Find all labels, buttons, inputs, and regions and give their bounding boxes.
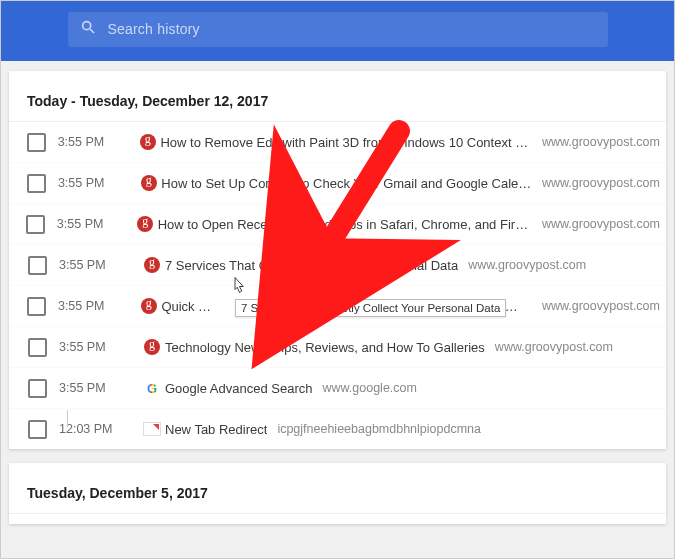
row-favicon (136, 175, 161, 191)
row-link-area[interactable]: How to Remove Edit with Paint 3D from Wi… (160, 135, 660, 150)
row-time: 3:55 PM (58, 299, 136, 313)
row-checkbox[interactable] (26, 215, 45, 234)
day-header: Tuesday, December 5, 2017 (9, 463, 666, 514)
row-time: 3:55 PM (59, 381, 139, 395)
row-link-area[interactable]: How to Set Up Cortana to Check Your Gmai… (161, 176, 660, 191)
row-favicon (139, 339, 165, 355)
link-tooltip: 7 Services That Quietly Collect Your Per… (235, 299, 506, 317)
row-link-area[interactable]: How to Open Recently Closed Tabs in Safa… (158, 217, 660, 232)
history-row[interactable]: 3:55 PMHow to Remove Edit with Paint 3D … (9, 122, 666, 162)
row-time: 3:55 PM (57, 217, 133, 231)
row-time: 3:55 PM (58, 176, 136, 190)
history-row[interactable]: 3:55 PMHow to Set Up Cortana to Check Yo… (9, 162, 666, 203)
row-domain: www.groovypost.com (542, 217, 660, 231)
row-favicon (139, 422, 165, 436)
row-checkbox[interactable] (28, 338, 47, 357)
search-placeholder: Search history (108, 21, 200, 37)
extension-favicon (143, 422, 161, 436)
day-header: Today - Tuesday, December 12, 2017 (9, 71, 666, 122)
row-checkbox[interactable] (27, 297, 46, 316)
history-row[interactable]: 12:03 PMNew Tab Redirecticpgjfneehieebag… (9, 408, 666, 449)
row-checkbox[interactable] (28, 256, 47, 275)
row-title: How to Remove Edit with Paint 3D from Wi… (160, 135, 531, 150)
row-domain: www.groovypost.com (542, 299, 660, 313)
app-frame: Search history Today - Tuesday, December… (0, 0, 675, 559)
row-title: New Tab Redirect (165, 422, 267, 437)
search-history-field[interactable]: Search history (68, 11, 608, 47)
row-domain: www.groovypost.com (468, 258, 586, 272)
history-card-dec5: Tuesday, December 5, 2017 (9, 463, 666, 524)
search-icon (68, 19, 108, 39)
svg-line-1 (90, 29, 94, 33)
row-checkbox[interactable] (28, 420, 47, 439)
row-domain: icpgjfneehieebagbmdbhnlpiopdcmna (277, 422, 481, 436)
row-favicon (136, 298, 161, 314)
row-time: 3:55 PM (58, 135, 136, 149)
groovypost-favicon (144, 257, 160, 273)
top-bar: Search history (1, 1, 674, 61)
history-row[interactable]: 3:55 PMGGoogle Advanced Searchwww.google… (9, 367, 666, 408)
row-checkbox[interactable] (27, 174, 46, 193)
row-title: How to Open Recently Closed Tabs in Safa… (158, 217, 532, 232)
time-gap-divider (67, 410, 68, 426)
row-time: 3:55 PM (59, 340, 139, 354)
row-link-area[interactable]: Google Advanced Searchwww.google.com (165, 381, 660, 396)
row-link-area[interactable]: 7 Services That Quietly Collect Your Per… (165, 258, 660, 273)
groovypost-favicon (140, 134, 156, 150)
history-row[interactable]: 3:55 PMHow to Open Recently Closed Tabs … (9, 203, 666, 244)
row-title: 7 Services That Quietly Collect Your Per… (165, 258, 458, 273)
groovypost-favicon (141, 175, 157, 191)
row-favicon: G (139, 381, 165, 396)
row-favicon (139, 257, 165, 273)
history-row[interactable]: 3:55 PM7 Services That Quietly Collect Y… (9, 244, 666, 285)
row-domain: www.groovypost.com (542, 176, 660, 190)
groovypost-favicon (144, 339, 160, 355)
svg-point-0 (82, 22, 90, 30)
row-domain: www.groovypost.com (495, 340, 613, 354)
groovypost-favicon (137, 216, 153, 232)
history-card-today: Today - Tuesday, December 12, 2017 3:55 … (9, 71, 666, 449)
row-checkbox[interactable] (28, 379, 47, 398)
row-domain: www.google.com (322, 381, 417, 395)
row-link-area[interactable]: Technology News, Tips, Reviews, and How … (165, 340, 660, 355)
row-title: Quick Tip: (161, 299, 217, 314)
row-favicon (133, 216, 158, 232)
groovypost-favicon (141, 298, 157, 314)
row-time: 3:55 PM (59, 258, 139, 272)
row-checkbox[interactable] (27, 133, 46, 152)
row-title: How to Set Up Cortana to Check Your Gmai… (161, 176, 532, 191)
google-favicon: G (147, 381, 157, 396)
row-time: 12:03 PM (59, 422, 139, 436)
row-link-area[interactable]: New Tab Redirecticpgjfneehieebagbmdbhnlp… (165, 422, 660, 437)
row-title: Technology News, Tips, Reviews, and How … (165, 340, 485, 355)
row-favicon (135, 134, 160, 150)
history-row[interactable]: 3:55 PMTechnology News, Tips, Reviews, a… (9, 326, 666, 367)
row-domain: www.groovypost.com (542, 135, 660, 149)
row-title: Google Advanced Search (165, 381, 312, 396)
